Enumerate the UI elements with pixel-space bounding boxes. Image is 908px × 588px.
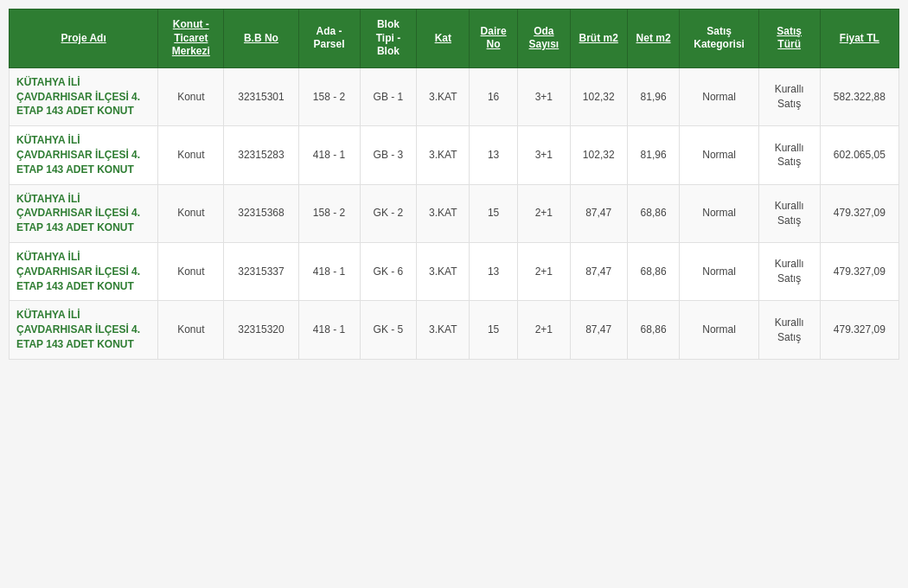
cell-satis-kat: Normal: [680, 126, 758, 184]
cell-fiyat: 582.322,88: [820, 67, 898, 125]
cell-bb: 32315320: [224, 301, 298, 359]
cell-brut: 102,32: [570, 67, 627, 125]
cell-kat: 3.KAT: [417, 126, 470, 184]
col-header-blok: Blok Tipi - Blok: [360, 10, 417, 68]
cell-proje: KÜTAHYA İLİ ÇAVDARHISAR İLÇESİ 4. ETAP 1…: [10, 184, 158, 242]
cell-konut: Konut: [158, 126, 224, 184]
cell-satis-tur: Kurallı Satış: [758, 67, 820, 125]
cell-oda: 3+1: [517, 67, 570, 125]
cell-blok: GB - 3: [360, 126, 417, 184]
cell-net: 81,96: [627, 67, 680, 125]
cell-ada: 158 - 2: [298, 67, 360, 125]
cell-proje: KÜTAHYA İLİ ÇAVDARHISAR İLÇESİ 4. ETAP 1…: [10, 126, 158, 184]
cell-blok: GK - 2: [360, 184, 417, 242]
blok-label: Blok Tipi - Blok: [376, 18, 400, 57]
cell-konut: Konut: [158, 184, 224, 242]
net-sort[interactable]: Net m2: [636, 32, 671, 44]
table-row: KÜTAHYA İLİ ÇAVDARHISAR İLÇESİ 4. ETAP 1…: [10, 126, 899, 184]
col-header-proje[interactable]: Proje Adı: [10, 10, 158, 68]
cell-blok: GB - 1: [360, 67, 417, 125]
cell-daire: 15: [470, 184, 518, 242]
cell-satis-tur: Kurallı Satış: [758, 184, 820, 242]
cell-konut: Konut: [158, 242, 224, 300]
col-header-ada: Ada - Parsel: [298, 10, 360, 68]
cell-brut: 102,32: [570, 126, 627, 184]
cell-brut: 87,47: [570, 301, 627, 359]
cell-daire: 13: [470, 242, 518, 300]
cell-ada: 158 - 2: [298, 184, 360, 242]
cell-satis-kat: Normal: [680, 67, 758, 125]
cell-kat: 3.KAT: [417, 67, 470, 125]
cell-fiyat: 479.327,09: [820, 184, 898, 242]
cell-satis-tur: Kurallı Satış: [758, 126, 820, 184]
col-header-kat[interactable]: Kat: [417, 10, 470, 68]
col-header-fiyat[interactable]: Fiyat TL: [820, 10, 898, 68]
cell-ada: 418 - 1: [298, 301, 360, 359]
property-table: Proje Adı Konut - Ticaret Merkezi B.B No…: [9, 9, 899, 360]
cell-blok: GK - 6: [360, 242, 417, 300]
cell-kat: 3.KAT: [417, 301, 470, 359]
cell-bb: 32315368: [224, 184, 298, 242]
cell-bb: 32315283: [224, 126, 298, 184]
cell-konut: Konut: [158, 67, 224, 125]
table-row: KÜTAHYA İLİ ÇAVDARHISAR İLÇESİ 4. ETAP 1…: [10, 184, 899, 242]
col-header-konut[interactable]: Konut - Ticaret Merkezi: [158, 10, 224, 68]
cell-oda: 2+1: [517, 184, 570, 242]
cell-kat: 3.KAT: [417, 184, 470, 242]
cell-brut: 87,47: [570, 184, 627, 242]
cell-fiyat: 602.065,05: [820, 126, 898, 184]
col-header-satis-tur[interactable]: Satış Türü: [758, 10, 820, 68]
main-table-wrapper: Proje Adı Konut - Ticaret Merkezi B.B No…: [9, 9, 899, 360]
col-header-net[interactable]: Net m2: [627, 10, 680, 68]
cell-kat: 3.KAT: [417, 242, 470, 300]
cell-net: 81,96: [627, 126, 680, 184]
cell-net: 68,86: [627, 184, 680, 242]
konut-sort[interactable]: Konut - Ticaret Merkezi: [172, 18, 210, 57]
cell-satis-tur: Kurallı Satış: [758, 301, 820, 359]
ada-label: Ada - Parsel: [314, 25, 345, 51]
cell-daire: 13: [470, 126, 518, 184]
cell-blok: GK - 5: [360, 301, 417, 359]
col-header-satis-kat: Satış Kategorisi: [680, 10, 758, 68]
cell-net: 68,86: [627, 301, 680, 359]
table-row: KÜTAHYA İLİ ÇAVDARHISAR İLÇESİ 4. ETAP 1…: [10, 242, 899, 300]
table-row: KÜTAHYA İLİ ÇAVDARHISAR İLÇESİ 4. ETAP 1…: [10, 67, 899, 125]
cell-net: 68,86: [627, 242, 680, 300]
satis-kat-label: Satış Kategorisi: [694, 25, 745, 51]
cell-fiyat: 479.327,09: [820, 242, 898, 300]
cell-proje: KÜTAHYA İLİ ÇAVDARHISAR İLÇESİ 4. ETAP 1…: [10, 301, 158, 359]
cell-bb: 32315301: [224, 67, 298, 125]
cell-daire: 15: [470, 301, 518, 359]
cell-satis-kat: Normal: [680, 242, 758, 300]
fiyat-sort[interactable]: Fiyat TL: [840, 32, 879, 44]
bb-sort[interactable]: B.B No: [244, 32, 278, 44]
cell-ada: 418 - 1: [298, 242, 360, 300]
cell-brut: 87,47: [570, 242, 627, 300]
kat-sort[interactable]: Kat: [435, 32, 451, 44]
proje-adi-sort[interactable]: Proje Adı: [61, 32, 106, 44]
cell-oda: 2+1: [517, 301, 570, 359]
col-header-daire[interactable]: Daire No: [470, 10, 518, 68]
brut-sort[interactable]: Brüt m2: [579, 32, 618, 44]
cell-oda: 3+1: [517, 126, 570, 184]
cell-oda: 2+1: [517, 242, 570, 300]
satis-tur-sort[interactable]: Satış Türü: [777, 25, 802, 51]
cell-satis-tur: Kurallı Satış: [758, 242, 820, 300]
cell-konut: Konut: [158, 301, 224, 359]
daire-sort[interactable]: Daire No: [481, 25, 507, 51]
cell-ada: 418 - 1: [298, 126, 360, 184]
col-header-brut[interactable]: Brüt m2: [570, 10, 627, 68]
oda-sort[interactable]: Oda Sayısı: [529, 25, 560, 51]
col-header-oda[interactable]: Oda Sayısı: [517, 10, 570, 68]
table-row: KÜTAHYA İLİ ÇAVDARHISAR İLÇESİ 4. ETAP 1…: [10, 301, 899, 359]
cell-proje: KÜTAHYA İLİ ÇAVDARHISAR İLÇESİ 4. ETAP 1…: [10, 242, 158, 300]
col-header-bb[interactable]: B.B No: [224, 10, 298, 68]
cell-satis-kat: Normal: [680, 301, 758, 359]
cell-bb: 32315337: [224, 242, 298, 300]
cell-satis-kat: Normal: [680, 184, 758, 242]
table-header-row: Proje Adı Konut - Ticaret Merkezi B.B No…: [10, 10, 899, 68]
cell-fiyat: 479.327,09: [820, 301, 898, 359]
cell-daire: 16: [470, 67, 518, 125]
cell-proje: KÜTAHYA İLİ ÇAVDARHISAR İLÇESİ 4. ETAP 1…: [10, 67, 158, 125]
